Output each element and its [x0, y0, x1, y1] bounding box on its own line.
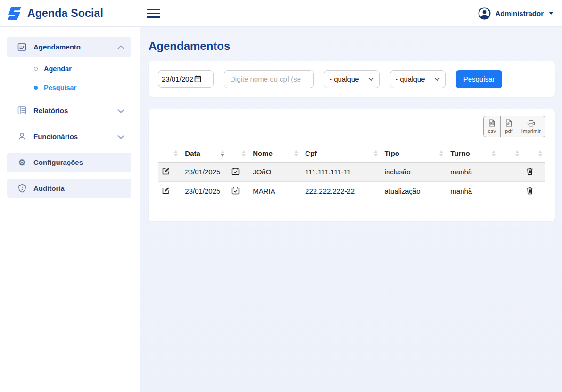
brand: Agenda Social — [0, 6, 140, 21]
menu-toggle-button[interactable] — [145, 7, 162, 20]
table-row: 23/01/2025 JOãO 111.111.111-11 inclusão … — [158, 162, 545, 181]
turno-select-value: - qualque — [396, 75, 425, 83]
search-input[interactable] — [224, 70, 314, 88]
cell-data: 23/01/2025 — [181, 181, 228, 201]
csv-icon — [488, 119, 495, 127]
date-value: 23/01/202 — [162, 75, 193, 83]
chevron-up-icon — [117, 43, 124, 51]
edit-row-button[interactable] — [162, 187, 170, 195]
pdf-icon — [505, 119, 512, 127]
menu-icon — [147, 16, 160, 18]
sidebar-item-configuracoes[interactable]: ⚙ Configurações — [7, 153, 131, 172]
delete-icon — [526, 187, 533, 195]
cell-data: 23/01/2025 — [181, 162, 228, 181]
bullet-icon — [34, 67, 38, 71]
audit-icon — [17, 184, 26, 193]
table-header-row: Data Nome Cpf Tipo Turno — [158, 145, 545, 162]
tipo-select[interactable]: - qualque — [324, 70, 380, 88]
employees-icon — [17, 132, 26, 141]
sidebar-item-label: Funcionários — [33, 132, 78, 140]
reports-icon — [17, 106, 26, 115]
chevron-down-icon — [117, 132, 124, 140]
sidebar: Agendamento Agendar Pesquisar — [0, 27, 140, 392]
sidebar-item-agendar[interactable]: Agendar — [7, 59, 131, 78]
sort-icon[interactable] — [242, 150, 246, 157]
column-header-label: Data — [185, 149, 200, 157]
app-title: Agenda Social — [27, 7, 103, 20]
column-header-extra[interactable] — [499, 145, 522, 162]
user-menu-button[interactable]: Administrador — [478, 7, 554, 20]
main-content: Agendamentos 23/01/202 - qualque — [140, 27, 562, 392]
menu-icon — [147, 9, 160, 10]
sort-icon[interactable] — [492, 150, 496, 157]
app-logo-icon — [7, 6, 22, 21]
sort-icon[interactable] — [538, 150, 542, 157]
export-csv-button[interactable]: csv — [483, 116, 501, 137]
column-header-nome[interactable]: Nome — [249, 145, 301, 162]
top-header: Agenda Social Administrador — [0, 0, 562, 27]
sidebar-item-relatorios[interactable]: Relatórios — [7, 101, 131, 120]
column-header-cpf[interactable]: Cpf — [301, 145, 381, 162]
print-button[interactable]: imprimir — [517, 116, 545, 137]
sidebar-item-label: Agendamento — [33, 43, 81, 51]
cell-turno: manhã — [446, 162, 499, 181]
bullet-icon — [34, 86, 38, 90]
column-header-label: Cpf — [305, 149, 317, 157]
sort-icon[interactable] — [374, 150, 378, 157]
export-pdf-button[interactable]: pdf — [500, 116, 517, 137]
turno-select[interactable]: - qualque — [390, 70, 446, 88]
user-avatar-icon — [478, 7, 491, 20]
calendar-picker-icon[interactable] — [194, 75, 201, 82]
chevron-down-icon — [368, 77, 374, 81]
results-panel: csv pdf — [149, 109, 555, 221]
delete-row-button[interactable] — [526, 187, 533, 195]
page-title: Agendamentos — [149, 40, 555, 53]
sidebar-item-label: Agendar — [44, 65, 72, 73]
cell-nome: MARIA — [249, 181, 301, 201]
tipo-select-value: - qualque — [330, 75, 359, 83]
sort-icon[interactable] — [174, 150, 178, 157]
calendar-check-icon[interactable] — [231, 167, 240, 175]
chevron-down-icon — [434, 77, 440, 81]
column-header-turno[interactable]: Turno — [446, 145, 499, 162]
calendar-check-icon[interactable] — [231, 187, 240, 195]
export-pdf-label: pdf — [505, 128, 512, 134]
edit-icon — [162, 167, 170, 175]
sidebar-item-label: Configurações — [33, 158, 83, 166]
edit-row-button[interactable] — [162, 167, 170, 175]
print-label: imprimir — [521, 128, 541, 134]
sidebar-item-agendamento[interactable]: Agendamento — [7, 37, 131, 57]
column-header-label: Nome — [253, 149, 273, 157]
filter-panel: 23/01/202 - qualque - qualque — [149, 61, 555, 97]
sort-icon[interactable] — [515, 150, 519, 157]
results-table: Data Nome Cpf Tipo Turno — [158, 145, 545, 201]
sidebar-item-funcionarios[interactable]: Funcionários — [7, 127, 131, 146]
cell-turno: manhã — [446, 181, 499, 201]
date-input[interactable]: 23/01/202 — [158, 70, 214, 88]
sort-icon[interactable] — [294, 150, 298, 157]
column-header-label: Tipo — [385, 149, 399, 157]
sidebar-item-pesquisar[interactable]: Pesquisar — [7, 78, 131, 97]
delete-icon — [526, 167, 533, 175]
sidebar-item-auditoria[interactable]: Auditoria — [7, 179, 131, 198]
sort-desc-icon[interactable] — [221, 150, 224, 157]
export-csv-label: csv — [488, 128, 496, 134]
search-button[interactable]: Pesquisar — [456, 70, 502, 88]
chevron-down-icon — [549, 12, 554, 15]
column-header-delete[interactable] — [522, 145, 545, 162]
sort-icon[interactable] — [439, 150, 443, 157]
column-header-data[interactable]: Data — [181, 145, 228, 162]
user-name: Administrador — [495, 9, 544, 17]
edit-icon — [162, 187, 170, 195]
sidebar-item-label: Auditoria — [33, 184, 65, 192]
column-header-actions[interactable] — [158, 145, 181, 162]
column-header-tipo[interactable]: Tipo — [381, 145, 447, 162]
cell-cpf: 111.111.111-11 — [301, 162, 381, 181]
column-header-calendar[interactable] — [228, 145, 249, 162]
column-header-label: Turno — [450, 149, 470, 157]
delete-row-button[interactable] — [526, 167, 533, 175]
menu-icon — [147, 13, 160, 14]
export-button-group: csv pdf — [483, 116, 545, 137]
sidebar-item-label: Pesquisar — [44, 84, 76, 91]
chevron-down-icon — [117, 106, 124, 114]
